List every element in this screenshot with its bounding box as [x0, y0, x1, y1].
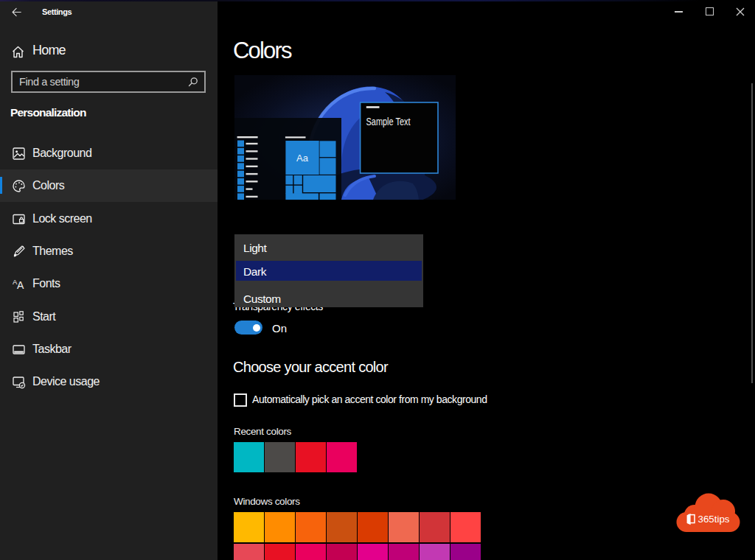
svg-text:Sample Text: Sample Text [366, 116, 411, 127]
svg-text:365tips: 365tips [698, 514, 731, 525]
svg-text:Aa: Aa [296, 153, 309, 164]
svg-text:A: A [17, 279, 24, 291]
